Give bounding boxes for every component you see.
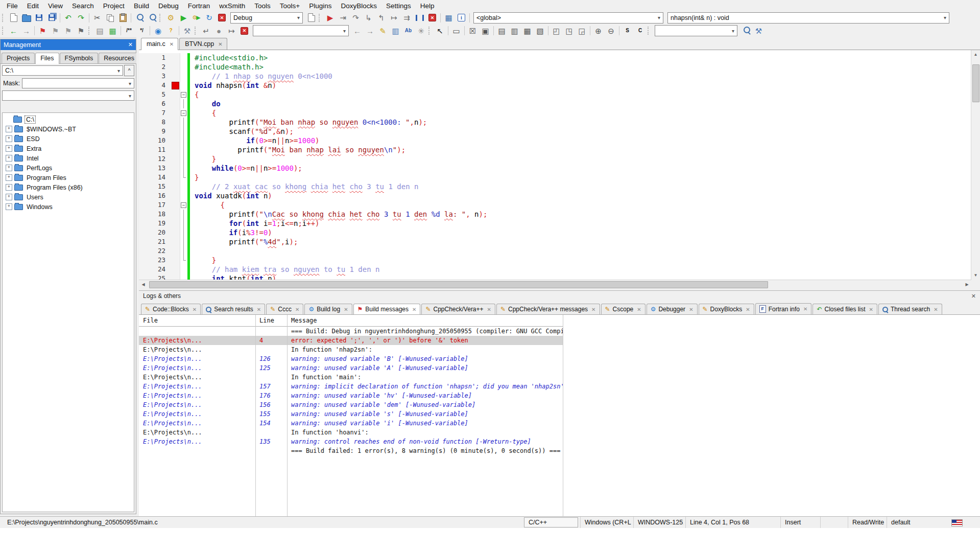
thread-search-options-icon[interactable]: ⚒: [752, 25, 765, 37]
wx-pointer-icon[interactable]: ↖: [434, 25, 446, 37]
management-tab-fsymbols[interactable]: FSymbols: [60, 53, 99, 63]
doxyblocks-settings-icon[interactable]: ⚒: [181, 25, 194, 37]
code-line[interactable]: 22: [139, 246, 971, 256]
header-line[interactable]: Line: [255, 317, 287, 324]
open-file-icon[interactable]: [20, 12, 33, 24]
wx-border-left-icon[interactable]: ◰: [550, 25, 563, 37]
save-file-icon[interactable]: [33, 12, 45, 24]
menu-fortran[interactable]: Fortran: [183, 1, 215, 11]
horizontal-scroll-thumb[interactable]: [149, 281, 768, 288]
debug-continue-icon[interactable]: ▶: [324, 12, 337, 24]
expand-icon[interactable]: +: [6, 174, 12, 181]
fold-collapse-icon[interactable]: −: [181, 92, 186, 98]
expand-icon[interactable]: +: [6, 184, 12, 191]
doxywizard-icon[interactable]: ◉: [152, 25, 164, 37]
new-file-icon[interactable]: [7, 12, 20, 24]
wx-sizer-flex-icon[interactable]: ▧: [534, 25, 546, 37]
scroll-down-icon[interactable]: ▼: [971, 271, 980, 280]
comment-block-icon[interactable]: /**: [123, 25, 135, 37]
symbol-select[interactable]: nhapsn(int& n) : void▾: [667, 12, 949, 24]
tree-item[interactable]: +ESD: [3, 134, 134, 144]
code-line[interactable]: 7− {: [139, 108, 971, 118]
close-icon[interactable]: ✕: [218, 41, 222, 47]
menu-settings[interactable]: Settings: [381, 1, 416, 11]
code-line[interactable]: 5−{: [139, 90, 971, 99]
tree-item[interactable]: C:\: [3, 114, 134, 124]
code-line[interactable]: 3 // 1 nhap so nguyen 0<n<1000: [139, 72, 971, 81]
code-line[interactable]: 8 printf("Moi ban nhap so nguyen 0<n<100…: [139, 118, 971, 127]
expand-icon[interactable]: +: [6, 155, 12, 162]
redo-icon[interactable]: ↷: [75, 12, 87, 24]
doxygen-docs-icon[interactable]: ?: [164, 25, 177, 37]
tree-item[interactable]: +Intel: [3, 153, 134, 163]
menu-wxsmith[interactable]: wxSmith: [214, 1, 250, 11]
cut-icon[interactable]: ✂: [91, 12, 104, 24]
code-line[interactable]: 1#include<stdio.h>: [139, 53, 971, 62]
fold-collapse-icon[interactable]: −: [181, 202, 186, 208]
code-line[interactable]: 16void xuatdk(int n): [139, 191, 971, 200]
wx-border-top-icon[interactable]: ◳: [563, 25, 576, 37]
expand-icon[interactable]: +: [6, 135, 12, 142]
path-combo[interactable]: C:\ ▾: [2, 65, 123, 76]
mask-combo[interactable]: ▾: [22, 78, 134, 88]
find-icon[interactable]: [133, 12, 146, 24]
management-tab-files[interactable]: Files: [35, 53, 59, 64]
code-line[interactable]: 10 if(0>=n||n>=1000): [139, 136, 971, 145]
run-icon[interactable]: ▶: [177, 12, 190, 24]
logs-tab-cccc[interactable]: ✎Cccc✕: [266, 304, 303, 314]
code-line[interactable]: 14}: [139, 173, 971, 182]
incremental-search-input[interactable]: ▾: [253, 25, 349, 36]
spell-check-icon[interactable]: Ab: [402, 25, 415, 37]
close-icon[interactable]: ✕: [637, 307, 641, 312]
menu-search[interactable]: Search: [67, 1, 99, 11]
close-icon[interactable]: ✕: [257, 307, 261, 312]
incsearch-next-icon[interactable]: ↦: [225, 25, 238, 37]
management-close-icon[interactable]: ✕: [128, 41, 133, 48]
close-icon[interactable]: ✕: [412, 307, 416, 312]
wx-sizer-vertical-icon[interactable]: ▥: [508, 25, 521, 37]
menu-plugins[interactable]: Plugins: [304, 1, 336, 11]
expand-icon[interactable]: +: [6, 145, 12, 152]
close-icon[interactable]: ✕: [591, 307, 595, 312]
logs-tab-fortran-info[interactable]: FFortran info✕: [755, 303, 812, 314]
menu-file[interactable]: File: [2, 1, 22, 11]
build-message-row[interactable]: === Build: Debug in nguyentrinhdonghung_…: [139, 327, 563, 336]
wx-show-designer-icon[interactable]: C: [634, 25, 647, 37]
scope-select[interactable]: <global>▾: [473, 12, 663, 24]
logs-tab-build-log[interactable]: ⚙Build log✕: [304, 304, 352, 314]
code-line[interactable]: 19 for(int i=1;i<=n;i++): [139, 219, 971, 228]
various-info-icon[interactable]: i: [455, 12, 468, 24]
incsearch-prev-icon[interactable]: ↵: [200, 25, 212, 37]
toggle-bookmark-icon[interactable]: ⚑: [36, 25, 49, 37]
break-debugger-icon[interactable]: [413, 12, 426, 24]
goto-prev-change-icon[interactable]: ←: [7, 25, 20, 37]
paste-icon[interactable]: [116, 12, 129, 24]
menu-tools[interactable]: Tools+: [275, 1, 304, 11]
build-message-row[interactable]: E:\Projects\n...157warning: implicit dec…: [139, 382, 563, 391]
doxyblocks-extract-docs-icon[interactable]: ▤: [93, 25, 106, 37]
code-line[interactable]: 20 if(i%3!=0): [139, 228, 971, 237]
run-to-cursor-icon[interactable]: ⇥: [337, 12, 349, 24]
editor-vertical-scrollbar[interactable]: ▲ ▼: [971, 50, 980, 280]
stop-debugger-icon[interactable]: ✕: [426, 12, 439, 24]
wx-sizer-horizontal-icon[interactable]: ▤: [495, 25, 508, 37]
header-file[interactable]: File: [139, 317, 255, 324]
management-tab-projects[interactable]: Projects: [2, 53, 35, 63]
build-target-select[interactable]: Debug▾: [230, 12, 303, 24]
debugging-windows-icon[interactable]: ▦: [442, 12, 455, 24]
copy-icon[interactable]: [104, 12, 116, 24]
header-message[interactable]: Message: [287, 317, 563, 324]
goto-next-change-icon[interactable]: →: [20, 25, 33, 37]
logs-tab-build-messages[interactable]: ⚑Build messages✕: [353, 304, 421, 314]
filter-combo[interactable]: ▾: [2, 90, 134, 101]
wx-show-source-icon[interactable]: S: [621, 25, 634, 37]
build-message-row[interactable]: E:\Projects\n...125warning: unused varia…: [139, 363, 563, 373]
close-icon[interactable]: ✕: [170, 41, 174, 47]
close-icon[interactable]: ✕: [803, 306, 807, 312]
highlight-mode-icon[interactable]: ✎: [376, 25, 389, 37]
build-message-row[interactable]: === Build failed: 1 error(s), 8 warning(…: [139, 446, 563, 455]
logs-tab-debugger[interactable]: ⚙Debugger✕: [647, 304, 698, 314]
management-tab-resources[interactable]: Resources: [99, 53, 139, 63]
build-message-row[interactable]: E:\Projects\n...156warning: unused varia…: [139, 400, 563, 409]
build-message-row[interactable]: E:\Projects\n...In function 'hoanvi':: [139, 428, 563, 437]
